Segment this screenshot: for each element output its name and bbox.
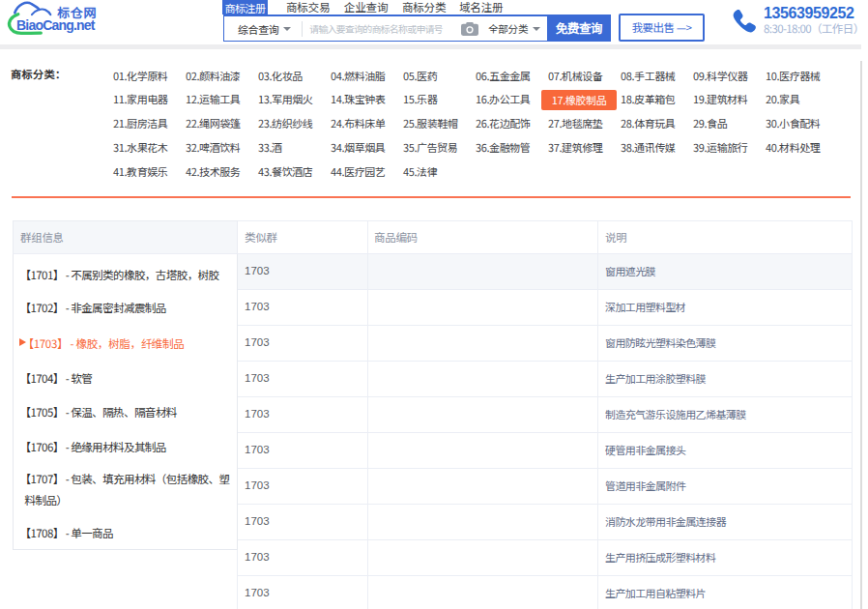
svg-text:BiaoCang.net: BiaoCang.net [16, 17, 96, 33]
